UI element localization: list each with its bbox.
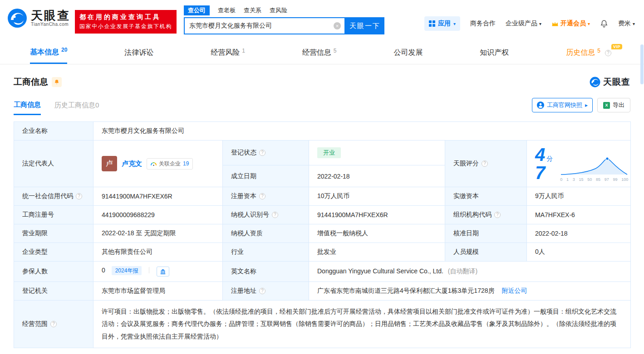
top-header: 天眼查 TianYanCha.com 都在用的商业查询工具 国家中小企业发展子基… [0, 0, 644, 42]
related-companies-badge[interactable]: 关联企业 19 [147, 158, 193, 170]
field-label-reg-status: 登记状态 [223, 141, 309, 165]
table-row: 登记机关 东莞市市场监督管理局 注册地址 广东省东莞市南城街道三元路4号保利都汇… [14, 282, 631, 301]
table-row: 统一社会信用代码 91441900MA7HFXEX6R 注册资本 10万人民币 … [14, 187, 631, 206]
field-value-business-term: 2022-02-18 至 无固定期限 [93, 224, 223, 243]
nearby-companies-link[interactable]: 附近公司 [501, 287, 527, 294]
help-icon[interactable] [482, 160, 488, 167]
clear-icon[interactable]: × [334, 22, 341, 29]
avatar[interactable]: 卢 [102, 156, 117, 171]
search-tab-risk[interactable]: 查风险 [270, 6, 287, 15]
legal-rep-name-link[interactable]: 卢克文 [122, 160, 142, 168]
field-value-insured-count: 0 2024年报 [93, 262, 223, 282]
search-input[interactable] [184, 17, 345, 34]
field-value-company-type: 其他有限责任公司 [93, 243, 223, 262]
monitor-bell-button[interactable] [52, 77, 62, 87]
status-badge: 开业 [317, 147, 341, 158]
business-registration-table: 企业名称 东莞市樱月文化服务有限公司 法定代表人 卢 卢克文 关联企业 19 [14, 121, 631, 348]
crown-icon [551, 21, 559, 27]
annual-report-source-button[interactable] [157, 267, 169, 276]
tianyancha-logo[interactable]: 天眼查 TianYanCha.com [7, 8, 70, 28]
bell-icon [54, 79, 59, 85]
company-section-tabbar: 基本信息 20 法律诉讼 经营风险 1 经营信息 5 公司发展 知识产权 历史信… [0, 42, 644, 64]
table-row: 企业名称 东莞市樱月文化服务有限公司 [14, 122, 631, 141]
chevron-down-icon: ▾ [588, 21, 590, 26]
apps-menu[interactable]: 应用 ▾ [424, 16, 460, 31]
export-label: 导出 [613, 101, 624, 109]
government-building-icon [160, 268, 166, 275]
excel-icon: X [603, 102, 610, 109]
official-snapshot-button[interactable]: 工商官网快照 ▸ [532, 98, 593, 112]
english-name: Dongguan Yingyue Cultural Service Co., L… [317, 267, 443, 275]
logo-subtitle: TianYanCha.com [31, 22, 70, 27]
search-button[interactable]: 天眼一下 [345, 17, 384, 34]
field-value-paid-capital: 9万人民币 [527, 187, 631, 206]
field-value-org-code: MA7HFXEX-6 [527, 206, 631, 224]
score-unit: 分 [546, 155, 553, 163]
enterprise-products-menu[interactable]: 企业级产品 ▾ [506, 19, 541, 28]
help-icon[interactable] [259, 150, 265, 156]
help-icon[interactable] [50, 321, 57, 327]
watermark-text: 天眼查 [603, 76, 630, 88]
annual-report-badge[interactable]: 2024年报 [112, 266, 142, 275]
tab-operating-risk[interactable]: 经营风险 1 [211, 42, 245, 64]
tab-legal-proceedings[interactable]: 法律诉讼 [124, 42, 153, 64]
scrollbar-thumb[interactable] [640, 44, 644, 84]
field-value-legal-rep: 卢 卢克文 关联企业 19 [93, 141, 223, 187]
search-tab-boss[interactable]: 查老板 [218, 6, 236, 15]
help-icon[interactable] [605, 50, 611, 56]
search-tab-relation[interactable]: 查关系 [244, 6, 261, 15]
notifications-button[interactable] [600, 19, 608, 28]
table-row: 经营范围 许可项目：出版物批发；出版物零售。（依法须经批准的项目，经相关部门批准… [14, 301, 631, 348]
tab-intellectual-property[interactable]: 知识产权 [480, 42, 509, 64]
tab-history-info[interactable]: 历史信息 5 VIP [566, 42, 614, 64]
tab-basic-info[interactable]: 基本信息 20 [30, 42, 67, 64]
table-row: 企业类型 其他有限责任公司 行业 批发业 人员规模 0人 [14, 243, 631, 262]
gauge-icon [151, 162, 157, 166]
apps-label: 应用 [438, 19, 451, 28]
export-button[interactable]: X 导出 [597, 98, 630, 112]
tab-business-info[interactable]: 经营信息 5 [302, 42, 337, 64]
help-icon[interactable] [494, 212, 501, 218]
apps-grid-icon [429, 20, 435, 27]
field-value-english-name: Dongguan Yingyue Cultural Service Co., L… [309, 262, 631, 282]
field-value-staff-size: 0人 [527, 243, 631, 262]
tab-count: 1 [242, 48, 245, 54]
divider [149, 267, 149, 273]
reg-address: 广东省东莞市南城街道三元路4号保利都汇大厦1栋3单元1728房 [317, 287, 495, 294]
field-label-insured-count: 参保人数 [14, 262, 93, 282]
subtab-history-registration[interactable]: 历史工商信息0 [54, 101, 99, 115]
field-label-staff-size: 人员规模 [445, 243, 527, 262]
help-icon[interactable] [259, 288, 265, 294]
field-value-establish-date: 2022-02-18 [309, 165, 445, 187]
subtab-business-registration[interactable]: 工商信息 [14, 101, 41, 115]
field-label-english-name: 英文名称 [223, 262, 309, 282]
search-tab-company[interactable]: 查公司 [184, 5, 210, 15]
business-cooperation-link[interactable]: 商务合作 [470, 19, 496, 28]
username: 费米 [618, 19, 631, 28]
field-label-taxpayer-quality: 纳税人资质 [223, 224, 309, 243]
field-value-reg-address: 广东省东莞市南城街道三元路4号保利都汇大厦1栋3单元1728房 附近公司 [309, 282, 631, 301]
help-icon[interactable] [272, 212, 278, 218]
field-label-business-scope: 经营范围 [14, 301, 93, 348]
field-label-industry: 行业 [223, 243, 309, 262]
user-menu[interactable]: 费米 ▾ [618, 19, 635, 28]
help-icon[interactable] [259, 193, 265, 199]
search-area: 查公司 查老板 查关系 查风险 × 天眼一下 [184, 5, 384, 34]
table-row: 营业期限 2022-02-18 至 无固定期限 纳税人资质 增值税一般纳税人 核… [14, 224, 631, 243]
field-label-reg-authority: 登记机关 [14, 282, 93, 301]
tab-label: 经营风险 [211, 48, 240, 58]
tab-company-development[interactable]: 公司发展 [393, 42, 423, 64]
field-value-reg-number: 441900009688229 [93, 206, 223, 224]
score-axis: 0131550859799100 [560, 177, 628, 182]
tab-label: 基本信息 [30, 48, 59, 57]
field-value-reg-capital: 10万人民币 [309, 187, 445, 206]
search-type-tabs: 查公司 查老板 查关系 查风险 [184, 5, 384, 15]
open-membership-menu[interactable]: 开通会员 ▾ [551, 19, 590, 28]
section-header: 工商信息 天眼查 [0, 76, 644, 88]
help-icon[interactable] [76, 193, 82, 199]
table-row: 参保人数 0 2024年报 英文名称 Dongguan Yingyue Cult… [14, 262, 631, 282]
brand-slogan-banner: 都在用的商业查询工具 国家中小企业发展子基金旗下机构 [75, 10, 177, 34]
field-label-approval-date: 核准日期 [445, 224, 527, 243]
membership-label: 开通会员 [560, 19, 586, 28]
section-title: 工商信息 [14, 76, 48, 88]
